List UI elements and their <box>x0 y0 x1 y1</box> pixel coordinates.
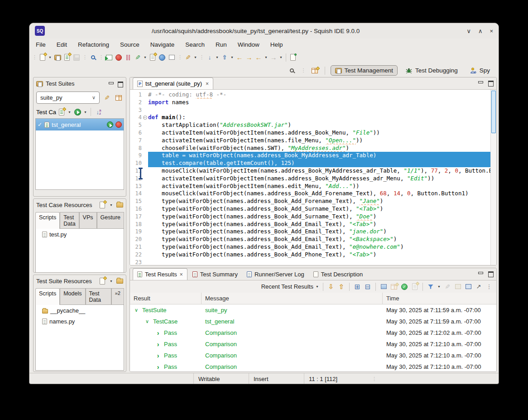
next-failure-icon[interactable]: ⇩ <box>326 282 336 292</box>
edit-dropdown-icon[interactable]: ▼ <box>143 53 148 63</box>
recent-test-results-dropdown[interactable]: Recent Test Results <box>261 283 313 290</box>
menu-item-help[interactable]: Help <box>270 41 283 48</box>
open-folder-icon[interactable] <box>116 279 123 284</box>
verification-point-icon[interactable]: ✓ <box>400 282 409 292</box>
run-test-button[interactable] <box>105 53 114 63</box>
result-row-pass-4[interactable]: ›PassComparisonMay 30, 2025 at 7:12:10 a… <box>130 350 496 361</box>
new-test-case-button[interactable] <box>62 53 72 63</box>
forward-history-icon[interactable]: → <box>245 53 254 63</box>
column-header-time[interactable]: Time <box>383 293 496 304</box>
code-line-15[interactable]: 15 type(waitForObject(names.address_Book… <box>130 198 490 205</box>
menu-item-window[interactable]: Window <box>238 41 259 48</box>
perspective-spy[interactable]: Spy <box>466 66 494 76</box>
record-test-case-icon[interactable] <box>115 121 122 128</box>
new-resource-icon[interactable] <box>99 200 106 210</box>
new-script-button[interactable] <box>148 53 157 63</box>
editor-scrollbar-thumb[interactable] <box>491 91 496 133</box>
open-folder-icon[interactable] <box>116 203 123 208</box>
minimize-editor-icon[interactable] <box>477 80 484 86</box>
windows-button[interactable] <box>167 53 176 63</box>
code-line-5[interactable]: 5 startApplication("AddressBookSWT.jar") <box>130 121 490 129</box>
minimize-panel-icon[interactable] <box>108 81 114 87</box>
code-line-13[interactable]: 13 activateItem(waitForObjectItem(names.… <box>130 183 490 190</box>
code-line-9[interactable]: 9 table = waitForObject(names.address_Bo… <box>130 152 490 159</box>
search-icon[interactable] <box>288 66 297 76</box>
result-row-pass-5[interactable]: ›PassComparisonMay 30, 2025 at 7:12:10 a… <box>130 361 496 372</box>
suite-settings-icon[interactable]: ✎ <box>102 93 111 103</box>
code-line-14[interactable]: 14 mouseClick(waitForObject(names.addres… <box>130 190 490 198</box>
code-line-12[interactable]: 12 activateItem(waitForObjectItem(names.… <box>130 175 490 183</box>
close-tab-icon[interactable]: × <box>206 81 209 87</box>
menu-item-source[interactable]: Source <box>120 41 139 48</box>
tab-test-summary[interactable]: Test Summary <box>188 268 242 280</box>
new-item-dropdown-icon[interactable]: ▼ <box>48 53 53 63</box>
menu-item-refactoring[interactable]: Refactoring <box>78 41 109 48</box>
editor-scrollbar[interactable] <box>490 90 496 266</box>
code-line-22[interactable]: 22 type(waitForObject(names.address_Book… <box>130 251 490 259</box>
import-results-icon[interactable] <box>464 282 473 292</box>
tab-gestures[interactable]: Gesture <box>97 212 124 229</box>
folder-row-pycache[interactable]: __pycache__ <box>36 305 124 316</box>
forward-dropdown-icon[interactable]: ▼ <box>278 53 283 63</box>
result-row-pass-2[interactable]: ›PassComparisonMay 30, 2025 at 7:12:02 a… <box>130 327 496 338</box>
result-row-testsuite-0[interactable]: ∨TestSuitesuite_pyMay 30, 2025 at 7:11:5… <box>130 304 496 316</box>
menu-item-navigate[interactable]: Navigate <box>150 41 174 48</box>
combo-chevron-icon[interactable]: ∨ <box>92 95 96 101</box>
tab-scripts[interactable]: Scripts <box>35 212 60 229</box>
code-line-1[interactable]: 1# -*- coding: utf-8 -*- <box>130 91 490 99</box>
expander-closed-icon[interactable]: › <box>155 352 161 359</box>
code-line-6[interactable]: 6 activateItem(waitForObjectItem(names.a… <box>130 129 490 137</box>
result-row-testcase-1[interactable]: ∨TestCasetst_generalMay 30, 2025 at 7:11… <box>130 316 496 327</box>
object-map-button[interactable] <box>88 53 97 63</box>
new-resource-dropdown-icon[interactable]: ▼ <box>109 203 114 207</box>
filter-dropdown-icon[interactable]: ▼ <box>437 285 442 288</box>
launch-dropdown-icon[interactable]: ▼ <box>193 53 198 63</box>
filter-icon[interactable] <box>426 282 435 292</box>
expand-all-icon[interactable]: ⊞ <box>353 282 362 292</box>
back-icon[interactable]: ← <box>254 53 263 63</box>
new-test-case-dropdown-icon[interactable]: ▼ <box>67 107 72 117</box>
step-out-dropdown-icon[interactable]: ▼ <box>230 53 235 63</box>
run-test-suite-icon[interactable] <box>73 107 82 117</box>
code-line-7[interactable]: 7 activateItem(waitForObjectItem(names.f… <box>130 137 490 145</box>
back-history-icon[interactable]: ← <box>235 53 244 63</box>
minimize-results-icon[interactable] <box>477 271 484 276</box>
step-into-dropdown-icon[interactable]: ▼ <box>215 53 220 63</box>
editor-tab-tst-general[interactable]: P tst_general (suite_py) × <box>133 77 213 89</box>
new-resource-icon[interactable] <box>99 276 106 286</box>
new-item-button[interactable] <box>38 53 47 63</box>
new-test-case-icon[interactable] <box>57 107 66 117</box>
code-line-23[interactable]: 23 <box>130 259 490 266</box>
expander-open-icon[interactable]: ∨ <box>134 307 139 313</box>
previous-failure-icon[interactable]: ⇧ <box>337 282 346 292</box>
collapse-all-icon[interactable]: ⊟ <box>363 282 372 292</box>
expander-open-icon[interactable]: ∨ <box>144 319 150 324</box>
tab-test-data[interactable]: Test Data <box>60 212 79 229</box>
code-line-10[interactable]: 10 test.compare(table.getItemCount(), 12… <box>130 159 490 167</box>
code-line-8[interactable]: 8 chooseFile(waitForObject(names.SWT), "… <box>130 145 490 152</box>
file-row-test-py[interactable]: test.py <box>36 229 124 240</box>
code-line-20[interactable]: 20 type(waitForObject(names.address_Book… <box>130 236 490 243</box>
annotation-button[interactable] <box>288 53 298 63</box>
new-resource-dropdown-icon[interactable]: ▼ <box>109 280 114 283</box>
maximize-editor-icon[interactable] <box>487 80 494 86</box>
perspective-test-management[interactable]: Test Management <box>331 65 398 76</box>
result-row-pass-3[interactable]: ›PassComparisonMay 30, 2025 at 7:12:10 a… <box>130 338 496 350</box>
menu-item-edit[interactable]: Edit <box>57 41 67 48</box>
menu-item-run[interactable]: Run <box>216 41 227 48</box>
code-line-19[interactable]: 19 type(waitForObject(names.address_Book… <box>130 228 490 236</box>
tab-models[interactable]: Models <box>60 288 85 305</box>
code-line-3[interactable]: 3 <box>130 106 490 114</box>
view-menu-dots-icon[interactable]: ⋮ <box>485 282 494 292</box>
window-maximize-icon[interactable]: ∧ <box>478 28 483 34</box>
launch-aut-icon[interactable]: ✎ <box>183 53 192 63</box>
tab-scripts[interactable]: Scripts <box>35 288 60 305</box>
perspective-test-debugging[interactable]: Test Debugging <box>401 66 462 76</box>
expander-closed-icon[interactable]: › <box>155 341 161 348</box>
sort-az-icon[interactable]: ↓az <box>94 107 104 117</box>
code-line-21[interactable]: 21 type(waitForObject(names.address_Book… <box>130 243 490 251</box>
step-out-icon[interactable]: ⇧ <box>220 53 229 63</box>
recent-results-dropdown-icon[interactable]: ▼ <box>315 285 320 288</box>
test-case-row-tst-general[interactable]: ✓ tst_general <box>36 119 124 130</box>
suite-columns-icon[interactable] <box>114 93 123 103</box>
